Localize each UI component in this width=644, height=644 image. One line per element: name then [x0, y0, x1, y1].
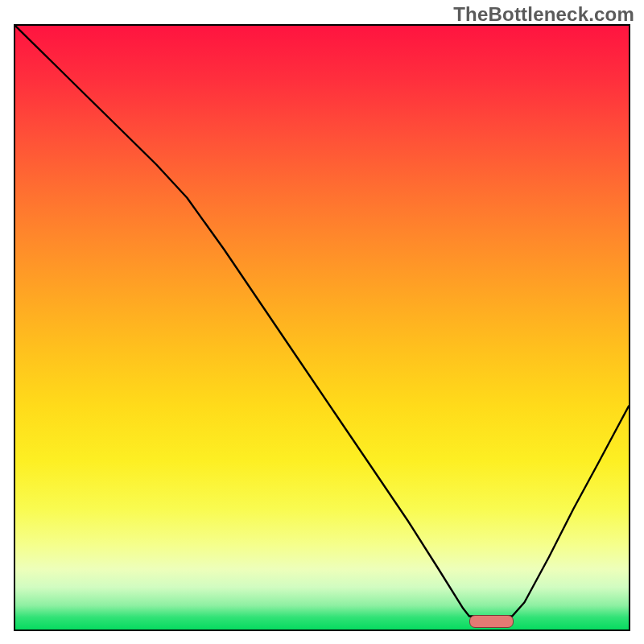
optimal-range-marker	[469, 615, 514, 628]
bottleneck-curve	[15, 26, 629, 630]
watermark-text: TheBottleneck.com	[453, 3, 634, 26]
chart-frame: TheBottleneck.com	[0, 0, 644, 644]
